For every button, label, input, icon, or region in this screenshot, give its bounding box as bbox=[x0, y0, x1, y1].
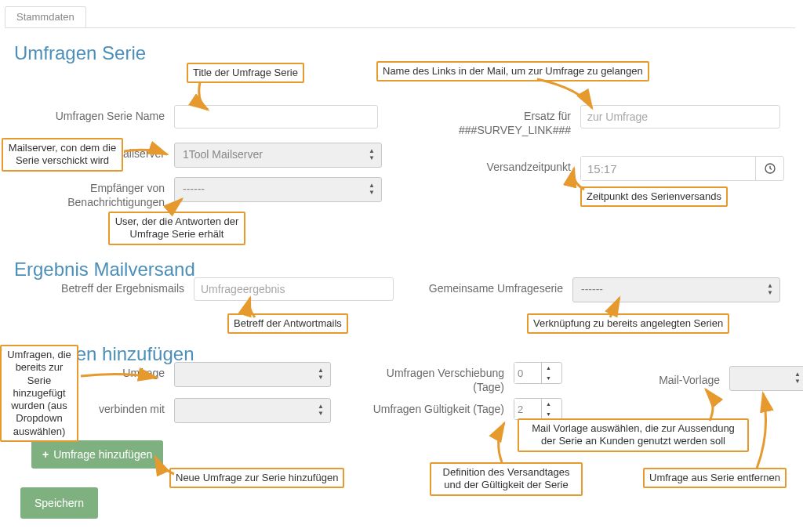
plus-icon: + bbox=[42, 448, 49, 461]
mailserver-select[interactable]: 1Tool Mailserver ▲▼ bbox=[174, 143, 382, 168]
betreff-input[interactable] bbox=[194, 277, 394, 301]
label-serie-name: Umfragen Serie Name bbox=[9, 105, 174, 124]
callout-user: User, der die Antworten der Umfrage Seri… bbox=[108, 212, 245, 245]
mailvorlage-select[interactable]: ▲▼ bbox=[729, 366, 803, 391]
select-caret-icon: ▲▼ bbox=[794, 371, 801, 385]
gueltigkeit-input[interactable] bbox=[514, 399, 541, 419]
callout-mailserver: Mailserver, con dem die Serie verschickt… bbox=[2, 138, 123, 172]
ersatz-input[interactable] bbox=[580, 105, 780, 128]
mailserver-value: 1Tool Mailserver bbox=[183, 148, 263, 161]
spin-down-icon[interactable]: ▼ bbox=[542, 373, 555, 383]
gueltigkeit-spin[interactable]: ▲▼ bbox=[514, 398, 562, 420]
callout-betreff: Betreff der Antwortmails bbox=[227, 313, 348, 334]
callout-delete: Umfrage aus Serie entfernen bbox=[643, 468, 787, 488]
versandzeitpunkt-field[interactable] bbox=[580, 156, 784, 181]
select-caret-icon: ▲▼ bbox=[369, 182, 375, 196]
tab-stammdaten[interactable]: Stammdaten bbox=[5, 6, 86, 27]
callout-gemeinsame: Verknüpfung zu bereits angelegten Serien bbox=[527, 313, 729, 334]
empfaenger-select[interactable]: ------ ▲▼ bbox=[174, 177, 382, 202]
label-ersatz: Ersatz für ###SURVEY_LINK### bbox=[431, 105, 580, 137]
add-umfrage-button[interactable]: + Umfrage hinzufügen bbox=[31, 440, 163, 469]
label-versandzeitpunkt: Versandzeitpunkt bbox=[431, 156, 580, 181]
label-verschiebung: Umfragen Verschiebung (Tage) bbox=[353, 362, 514, 394]
label-betreff: Betreff der Ergebnismails bbox=[9, 277, 194, 296]
gemeinsame-select[interactable]: ------ ▲▼ bbox=[572, 277, 780, 302]
callout-linkname: Name des Links in der Mail, um zur Umfra… bbox=[376, 61, 649, 81]
serie-name-input[interactable] bbox=[174, 105, 378, 128]
verschiebung-input[interactable] bbox=[514, 363, 541, 383]
callout-add: Neue Umfrage zur Serie hinzufügen bbox=[169, 468, 344, 488]
label-mailvorlage: Mail-Vorlage bbox=[580, 369, 729, 388]
callout-title: Title der Umfrage Serie bbox=[187, 63, 304, 83]
save-label: Speichern bbox=[35, 497, 84, 509]
label-empfaenger: Empfänger von Benachrichtigungen bbox=[9, 177, 174, 209]
clock-icon[interactable] bbox=[755, 157, 783, 180]
callout-mailvorlage: Mail Vorlage auswählen, die zur Aussendu… bbox=[518, 418, 749, 452]
gemeinsame-value: ------ bbox=[581, 283, 603, 295]
select-caret-icon: ▲▼ bbox=[318, 403, 324, 417]
save-button[interactable]: Speichern bbox=[20, 487, 98, 519]
empfaenger-value: ------ bbox=[183, 183, 205, 195]
umfrage-select[interactable]: ▲▼ bbox=[174, 362, 331, 387]
verschiebung-spin[interactable]: ▲▼ bbox=[514, 362, 562, 384]
spin-up-icon[interactable]: ▲ bbox=[542, 399, 555, 409]
versandzeitpunkt-input[interactable] bbox=[581, 157, 755, 180]
tab-bar: Stammdaten bbox=[5, 6, 795, 28]
select-caret-icon: ▲▼ bbox=[318, 367, 324, 381]
label-gemeinsame: Gemeinsame Umfrageserie bbox=[416, 277, 572, 302]
label-gueltigkeit: Umfragen Gültigkeit (Tage) bbox=[353, 398, 514, 420]
add-umfrage-label: Umfrage hinzufügen bbox=[53, 448, 152, 461]
select-caret-icon: ▲▼ bbox=[767, 282, 773, 296]
spin-up-icon[interactable]: ▲ bbox=[542, 363, 555, 373]
verbinden-select[interactable]: ▲▼ bbox=[174, 398, 331, 423]
callout-versandtag: Definition des Versandtages und der Gült… bbox=[430, 462, 583, 496]
select-caret-icon: ▲▼ bbox=[369, 147, 375, 161]
callout-zeitpunkt: Zeitpunkt des Serienversands bbox=[580, 186, 728, 207]
callout-umfrage-dropdown: Umfragen, die bereits zur Serie hinzugef… bbox=[0, 345, 78, 442]
